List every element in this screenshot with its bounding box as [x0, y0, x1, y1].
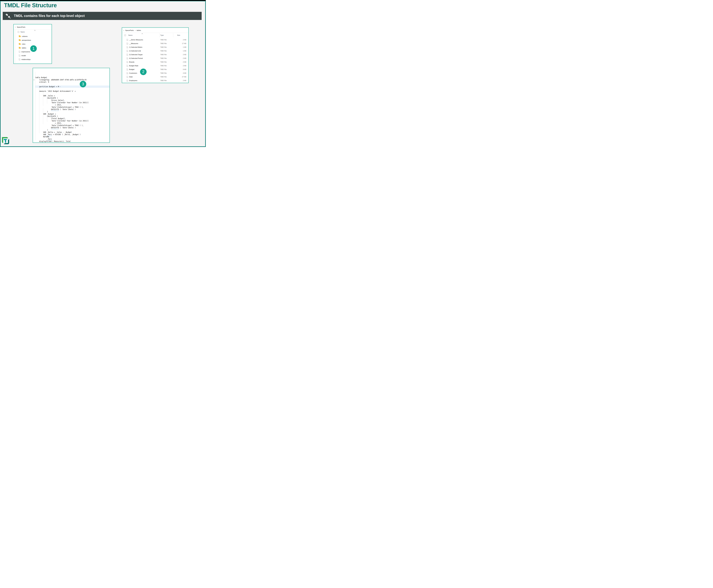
- sort-ascending-icon[interactable]: [142, 33, 143, 35]
- folded-code-indicator-icon[interactable]: ⋯: [60, 86, 61, 88]
- explorer-row[interactable]: perspectives: [14, 38, 52, 42]
- file-icon: [127, 72, 128, 74]
- step-badge-1: 1: [30, 45, 37, 52]
- code-editor[interactable]: > table Budget lineageTag: a6b0eb60-264f…: [33, 68, 109, 143]
- file-icon: [127, 65, 128, 67]
- explorer-row[interactable]: __Measures TMD File 17 KB: [122, 42, 188, 45]
- item-size: 1 KB: [183, 46, 188, 48]
- explorer-row[interactable]: model: [14, 54, 52, 58]
- item-type: TMD File: [160, 65, 175, 66]
- breadcrumb-item-spaceparts[interactable]: SpaceParts: [17, 26, 25, 28]
- item-label: 3) Selected Target: [129, 54, 160, 56]
- sort-ascending-icon[interactable]: [34, 30, 36, 31]
- code-line: VAR _Sales =: [33, 94, 109, 97]
- code-line: RETURN: [33, 136, 109, 138]
- breadcrumb: › SpaceParts › tables: [123, 29, 141, 32]
- explorer-row[interactable]: Budget Rate TMD File 2 KB: [122, 64, 188, 67]
- explorer-row[interactable]: __Demo Measures TMD File 2 KB: [122, 38, 188, 42]
- item-size: 27 KB: [182, 76, 188, 78]
- tabular-editor-logo: [2, 137, 9, 144]
- explorer-row[interactable]: Employees TMD File 2 KB: [122, 79, 188, 82]
- folder-icon: [19, 47, 21, 48]
- tmdl-code-panel[interactable]: > table Budget lineageTag: a6b0eb60-264f…: [33, 68, 110, 143]
- code-line: CALCULATE (: [33, 97, 109, 99]
- item-type: TMD File: [160, 54, 175, 56]
- breadcrumb-item-tables[interactable]: tables: [137, 29, 141, 31]
- chevron-right-icon[interactable]: ›: [123, 29, 124, 31]
- code-line: [Total Budget],: [33, 118, 109, 120]
- column-divider[interactable]: [159, 33, 160, 37]
- select-all-checkbox[interactable]: [18, 31, 19, 33]
- item-label: relationships: [21, 59, 30, 60]
- file-icon: [127, 50, 128, 52]
- item-type: TMD File: [160, 50, 175, 52]
- file-icon: [127, 68, 128, 70]
- item-label: cultures: [22, 36, 27, 37]
- item-size: 2 KB: [183, 58, 188, 59]
- item-size: 2 KB: [183, 39, 188, 41]
- item-size: 2 KB: [183, 65, 188, 66]
- file-icon: [19, 55, 20, 57]
- chevron-right-icon[interactable]: ›: [15, 26, 16, 28]
- chevron-right-icon: ›: [135, 29, 136, 31]
- item-type: TMD File: [160, 46, 175, 48]
- file-icon: [19, 59, 20, 60]
- item-label: roles: [22, 43, 25, 45]
- explorer-row[interactable]: Budget TMD File 9 KB: [122, 67, 188, 71]
- slide-frame: TMDL File Structure TMDL contains files …: [0, 1, 206, 147]
- divider: [122, 28, 188, 28]
- file-icon: [127, 46, 128, 48]
- squiggle-warning-text: _Perc: [47, 133, 52, 135]
- page-title: TMDL File Structure: [4, 2, 57, 8]
- code-line: lineageTag: a6b0eb60-264f-474d-a8fe-ac16…: [33, 79, 109, 81]
- item-type: TMD File: [160, 43, 175, 44]
- column-header-name[interactable]: Name: [128, 34, 133, 36]
- code-line: measure '2022 Budget Achievement %' =: [33, 90, 109, 92]
- explorer-panel-model-root: › SpaceParts Name cultures perspectives …: [14, 24, 52, 64]
- squiggle-warning-text: DATESYTD: [51, 108, 59, 110]
- divider: [14, 29, 52, 30]
- explorer-row[interactable]: Date TMD File 27 KB: [122, 75, 188, 79]
- column-header-type[interactable]: Type: [160, 34, 164, 36]
- item-size: 4 KB: [183, 72, 188, 74]
- step-badge-2: 2: [140, 68, 147, 75]
- file-icon: [127, 61, 128, 63]
- code-line: displayFolder: Measures\i. Total: [33, 140, 109, 143]
- indent-guide: [43, 108, 43, 124]
- item-label: __Demo Measures: [129, 39, 160, 41]
- column-header-name[interactable]: Name: [21, 31, 25, 33]
- folder-icon: [19, 43, 21, 45]
- indent-guide: [43, 90, 43, 106]
- breadcrumb-item-spaceparts[interactable]: SpaceParts: [125, 29, 134, 31]
- explorer-row[interactable]: 3) Selected Target TMD File 2 KB: [122, 53, 188, 57]
- item-label: expressions: [21, 51, 30, 52]
- code-line-partition-folded: partition Budget = M⋯: [35, 85, 109, 88]
- explorer-row[interactable]: Brands TMD File 2 KB: [122, 60, 188, 64]
- breadcrumb: › SpaceParts: [15, 25, 25, 29]
- explorer-row[interactable]: cultures: [14, 34, 52, 38]
- select-all-checkbox[interactable]: [124, 35, 126, 36]
- explorer-row[interactable]: 4) Selected Period TMD File 2 KB: [122, 57, 188, 60]
- code-line: ): [33, 110, 109, 113]
- explorer-row[interactable]: 2) Selected Unit TMD File 1 KB: [122, 49, 188, 53]
- item-type: TMD File: [160, 58, 175, 59]
- explorer-row[interactable]: 1) Selected Metric TMD File 1 KB: [122, 45, 188, 49]
- explorer-row[interactable]: relationships: [14, 58, 52, 61]
- squiggle-warning-text: DATESYTD: [51, 127, 59, 129]
- plug-disconnected-icon: [5, 14, 11, 19]
- explorer-row[interactable]: Customers TMD File 4 KB: [122, 71, 188, 75]
- item-label: Employees: [129, 80, 160, 81]
- folder-icon: [19, 40, 21, 41]
- code-line: ): [33, 129, 109, 131]
- item-label: 1) Selected Metric: [129, 46, 160, 48]
- column-header-size[interactable]: Size: [177, 34, 180, 36]
- code-line: [33, 88, 109, 90]
- item-size: 1 KB: [183, 50, 188, 52]
- list-header: Name Type Size: [122, 34, 188, 37]
- item-type: TMD File: [160, 72, 175, 74]
- item-label: 2) Selected Unit: [129, 50, 160, 52]
- slide: TMDL File Structure TMDL contains files …: [0, 0, 206, 147]
- code-lines: table Budget lineageTag: a6b0eb60-264f-4…: [33, 77, 109, 143]
- squiggle-warning-text: _Perc: [47, 138, 52, 140]
- item-type: TMD File: [160, 61, 175, 63]
